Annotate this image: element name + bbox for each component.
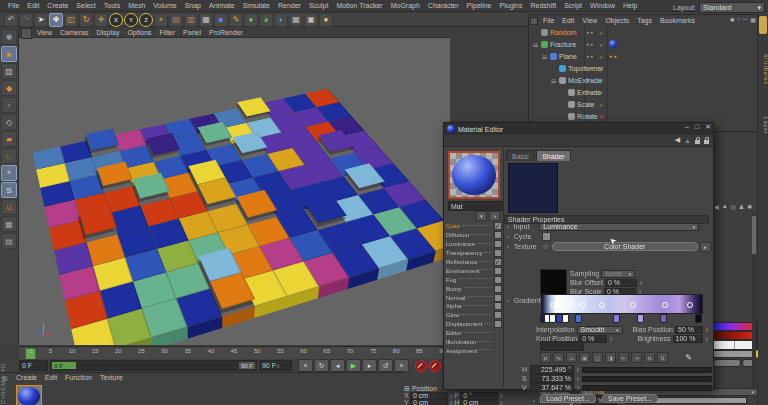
spinner-icon[interactable]: ⇕ xyxy=(639,280,643,286)
channel-label[interactable]: Glow xyxy=(446,312,460,318)
object-row[interactable]: Scale ●● xyxy=(529,98,758,110)
gradient-knot-handle[interactable] xyxy=(695,314,702,323)
view[interactable]: View xyxy=(578,17,601,24)
mograph-icon[interactable]: ● xyxy=(244,13,258,27)
toolbar-icon[interactable]: ◎ xyxy=(731,203,736,210)
channel-row[interactable]: Editor xyxy=(446,329,502,338)
toolbar-icon[interactable]: ▦ xyxy=(750,16,756,23)
character[interactable]: Character xyxy=(424,2,463,9)
motion-tracker[interactable]: Motion Tracker xyxy=(332,2,386,9)
cycle-checkbox[interactable] xyxy=(542,232,551,241)
toolbar-icon[interactable]: ○ xyxy=(737,16,741,23)
channel-label[interactable]: Displacement xyxy=(446,321,482,327)
object-row[interactable]: Plane ●● xyxy=(529,50,758,62)
tags[interactable]: Tags xyxy=(633,17,656,24)
anim-dot-icon[interactable]: ∘ xyxy=(506,297,510,304)
channel-label[interactable]: Luminance xyxy=(446,241,475,247)
filter[interactable]: Filter xyxy=(156,29,180,36)
gradient-tool-icon[interactable]: ▣ xyxy=(579,352,590,363)
tab-layer[interactable]: Layer xyxy=(758,106,768,146)
spinner-icon[interactable]: ⇕ xyxy=(499,400,503,405)
distribute-knots-icon[interactable]: ↹ xyxy=(553,352,564,363)
polygons-mode-icon[interactable]: ▰ xyxy=(1,131,17,147)
window[interactable]: Window xyxy=(586,2,619,9)
flip-gradient-icon[interactable]: ⇄ xyxy=(540,352,551,363)
active-panel-icon[interactable] xyxy=(759,16,767,34)
pipeline[interactable]: Pipeline xyxy=(463,2,496,9)
preview-menu-button[interactable]: ▾ xyxy=(476,211,487,221)
panel-icon[interactable]: ⊞ xyxy=(2,375,8,383)
edit[interactable]: Edit xyxy=(558,17,578,24)
render-picture-viewer-icon[interactable]: ▥ xyxy=(184,13,198,27)
volume[interactable]: Volume xyxy=(149,2,180,9)
hue-spectrum-bar[interactable] xyxy=(713,322,757,331)
gradient-knot-handle[interactable] xyxy=(575,314,582,323)
visibility-dots-icon[interactable]: ●● xyxy=(586,101,594,107)
texture-browse-button[interactable]: ▸ xyxy=(700,242,711,252)
enable-state-icon[interactable] xyxy=(599,89,604,96)
live-selection-icon[interactable]: ➤ xyxy=(34,13,48,27)
spinner-icon[interactable]: ⇕ xyxy=(449,400,453,405)
autokey-button[interactable] xyxy=(429,360,441,372)
gradient-tool-icon[interactable]: ▭ xyxy=(566,352,577,363)
channel-label[interactable]: Normal xyxy=(446,295,465,301)
uv-mode-icon[interactable]: ◆ xyxy=(1,80,17,96)
preset-pill[interactable] xyxy=(713,359,741,367)
channel-row[interactable]: Environment xyxy=(446,266,502,275)
current-frame-field[interactable]: 0 F xyxy=(19,360,48,371)
script[interactable]: Script xyxy=(560,2,586,9)
redshift[interactable]: Redshift xyxy=(526,2,560,9)
magnet-icon[interactable]: ∪ xyxy=(1,199,17,215)
render[interactable]: Render xyxy=(274,2,305,9)
rotate-icon[interactable]: ↻ xyxy=(79,13,93,27)
enable-state-icon[interactable] xyxy=(599,41,604,48)
texture[interactable]: Texture xyxy=(96,374,127,381)
snap[interactable]: Snap xyxy=(181,2,205,9)
anim-dot-icon[interactable]: ∘ xyxy=(506,233,510,240)
file[interactable]: File xyxy=(4,2,23,9)
create[interactable]: Create xyxy=(43,2,72,9)
coordinate-field[interactable]: 0 cm xyxy=(460,399,498,405)
plugins[interactable]: Plugins xyxy=(496,2,527,9)
gradient-tool-icon[interactable]: ⇥ xyxy=(631,352,642,363)
channel-row[interactable]: Normal xyxy=(446,293,502,302)
brush-icon[interactable]: ✱ xyxy=(1,29,17,45)
spinner-icon[interactable]: ⇕ xyxy=(576,367,580,373)
value-boxes[interactable] xyxy=(713,340,757,350)
gradient-knot-handle[interactable] xyxy=(637,314,644,323)
nav-back-icon[interactable]: ◀ xyxy=(675,136,680,144)
material-thumbnail[interactable] xyxy=(16,385,42,405)
tab-shader[interactable]: Shader xyxy=(536,150,571,161)
environment-icon[interactable]: ◗ xyxy=(274,13,288,27)
y-axis-lock-icon[interactable]: Y xyxy=(124,13,138,27)
object-row[interactable]: Topoformer ●● xyxy=(529,62,758,74)
channel-checkbox[interactable] xyxy=(494,311,502,319)
maximize-button[interactable]: □ xyxy=(695,123,699,131)
goto-end-button[interactable]: » xyxy=(394,359,409,372)
channel-checkbox[interactable] xyxy=(494,249,502,257)
anim-dot-icon[interactable]: ∘ xyxy=(506,243,510,250)
create[interactable]: Create xyxy=(12,374,41,381)
coordinate-field[interactable]: 0 cm xyxy=(410,399,448,405)
object-row[interactable]: Extrude ●● xyxy=(529,86,758,98)
channel-checkbox[interactable] xyxy=(494,294,502,302)
frame-range-slider[interactable]: 0 F 90 F xyxy=(50,360,257,371)
objects[interactable]: Objects xyxy=(601,17,633,24)
toolbar-icon[interactable]: ◀ xyxy=(714,203,719,210)
sampling-select[interactable]: None▾ xyxy=(601,270,635,278)
range-start-handle[interactable]: 0 F xyxy=(52,362,76,369)
sculpt[interactable]: Sculpt xyxy=(305,2,332,9)
channel-checkbox[interactable] xyxy=(494,240,502,248)
interpolation-select[interactable]: Smooth▾ xyxy=(577,326,623,334)
simulate[interactable]: Simulate xyxy=(239,2,274,9)
red-slider-bar[interactable] xyxy=(713,331,757,340)
hsv-slider-track[interactable] xyxy=(582,367,712,373)
expand-toggle-icon[interactable] xyxy=(550,77,557,84)
spinner-icon[interactable]: ⇕ xyxy=(499,393,503,399)
blur-offset-field[interactable]: 0 % xyxy=(605,279,637,287)
enable-state-icon[interactable] xyxy=(599,65,604,72)
next-frame-button[interactable]: ▸ xyxy=(362,359,377,372)
channel-checkbox[interactable] xyxy=(494,258,502,266)
object-row[interactable]: Fracture ●● xyxy=(529,38,758,50)
spinner-icon[interactable]: ⇕ xyxy=(276,363,280,369)
